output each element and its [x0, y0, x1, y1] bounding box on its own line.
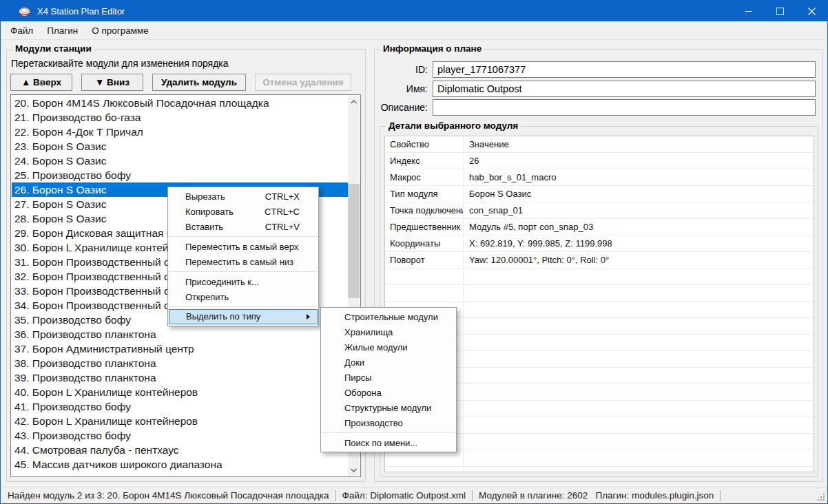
description-field[interactable] [433, 99, 816, 116]
module-list-item[interactable]: 25. Производство бофу [12, 168, 348, 182]
details-value [464, 285, 814, 301]
menu-file[interactable]: Файл [3, 23, 40, 39]
module-list-item[interactable]: 20. Борон 4M14S Люксовый Посадочная площ… [12, 96, 348, 110]
menu-separator [169, 271, 318, 272]
module-list-item[interactable]: 24. Борон S Оазис [12, 154, 348, 168]
status-bar: Найден модуль 2 из 3: 20. Борон 4M14S Лю… [1, 487, 827, 503]
details-value [464, 318, 814, 334]
context-menu-item[interactable]: ВырезатьCTRL+X [168, 189, 318, 204]
module-list-item[interactable]: 42. Борон L Хранилище контейнеров [12, 414, 348, 428]
submenu-item[interactable]: Пирсы [321, 370, 456, 385]
chevron-down-icon [351, 468, 357, 472]
menu-item-label: Доки [344, 357, 364, 368]
menu-item-label: Хранилища [344, 327, 393, 337]
context-menu-item[interactable]: Переместить в самый верх [168, 239, 318, 254]
minimize-button[interactable] [732, 1, 764, 21]
details-row [385, 467, 814, 472]
details-row: ПоворотYaw: 120.00001°, Pitch: 0°, Roll:… [385, 252, 814, 269]
menu-item-shortcut: CTRL+X [265, 191, 300, 202]
context-menu-item[interactable]: Открепить [168, 289, 318, 304]
context-menu-item[interactable]: Присоединить к... [168, 274, 318, 289]
status-segment: Файл: Diplomatic Outpost.xml [342, 490, 466, 501]
details-property: Индекс [385, 153, 464, 169]
module-list-item[interactable]: 44. Смотровая палуба - пентхаус [12, 443, 348, 457]
details-row: Макросhab_bor_s_01_macro [385, 169, 814, 186]
window-title: X4 Station Plan Editor [37, 6, 125, 17]
details-value [464, 467, 814, 472]
menu-item-shortcut: CTRL+C [265, 207, 300, 217]
menu-item-label: Производство [344, 418, 403, 428]
details-value: Модуль #5, порт con_snap_03 [464, 219, 814, 235]
module-list-item[interactable]: 36. Производство планктона [12, 327, 348, 342]
menu-item-label: Вставить [185, 222, 223, 232]
details-value: con_snap_01 [464, 202, 814, 218]
module-list-item[interactable]: 22. Борон 4-Док Т Причал [12, 125, 348, 139]
scroll-up-button[interactable] [348, 96, 360, 107]
resize-grip[interactable] [816, 492, 825, 501]
move-down-button[interactable]: ▼ Вниз [81, 74, 143, 91]
context-menu-item[interactable]: ВставитьCTRL+V [168, 219, 318, 234]
module-list-item[interactable]: 45. Массив датчиков широкого диапазона [12, 457, 348, 472]
name-label: Имя: [378, 81, 428, 97]
close-button[interactable] [796, 1, 827, 21]
menu-separator [322, 432, 455, 433]
menu-about[interactable]: О программе [85, 23, 156, 39]
name-field[interactable]: Diplomatic Outpost [433, 81, 816, 97]
details-row: Индекс26 [385, 153, 814, 169]
details-property: Свойство [385, 136, 464, 152]
scrollbar-thumb[interactable] [348, 184, 360, 298]
submenu-item[interactable]: Жилые модули [321, 339, 456, 355]
module-list-item[interactable]: 40. Борон L Хранилище контейнеров [12, 385, 348, 399]
menu-plugin[interactable]: Плагин [40, 23, 85, 39]
plan-info-title: Информация о плане [380, 43, 484, 54]
menubar: Файл Плагин О программе [1, 21, 827, 40]
submenu-item[interactable]: Доки [321, 355, 456, 370]
submenu-item[interactable]: Хранилища [321, 324, 456, 339]
details-value: hab_bor_s_01_macro [464, 169, 814, 185]
details-property: Макрос [385, 169, 464, 185]
details-property [385, 285, 464, 301]
module-list-item[interactable]: 39. Производство планктона [12, 370, 348, 385]
details-row [385, 269, 814, 285]
details-value [464, 450, 814, 466]
menu-item-label: Открепить [185, 292, 229, 302]
undo-delete-button: Отмена удаления [255, 74, 351, 91]
context-menu-item[interactable]: КопироватьCTRL+C [168, 204, 318, 219]
details-value [464, 417, 814, 433]
module-list-item[interactable]: 37. Борон Административный центр [12, 342, 348, 356]
module-list-item[interactable]: 21. Производство бо-газа [12, 110, 348, 125]
menu-separator [169, 306, 318, 307]
details-property: Координаты [385, 235, 464, 251]
module-list-item[interactable]: 43. Производство бофу [12, 428, 348, 443]
submenu-item[interactable]: Структурные модули [321, 400, 456, 415]
details-value: Yaw: 120.00001°, Pitch: 0°, Roll: 0° [464, 252, 814, 268]
details-value: Борон S Оазис [464, 186, 814, 202]
submenu-item[interactable]: Строительные модули [321, 309, 456, 324]
details-value [464, 368, 814, 384]
submenu-item[interactable]: Производство [321, 415, 456, 430]
move-up-button[interactable]: ▲ Вверх [10, 74, 72, 91]
submenu-item[interactable]: Оборона [321, 385, 456, 400]
context-menu-item[interactable]: Переместить в самый низ [168, 254, 318, 269]
menu-item-label: Переместить в самый верх [185, 242, 298, 252]
context-menu-item[interactable]: Выделить по типу [169, 309, 318, 324]
chevron-up-icon [351, 100, 357, 104]
details-value [464, 401, 814, 417]
module-list-item[interactable]: 38. Производство планктона [12, 356, 348, 370]
scroll-down-button[interactable] [348, 464, 360, 476]
details-value [464, 269, 814, 284]
menu-item-label: Жилые модули [344, 342, 408, 353]
details-property: Тип модуля [385, 186, 464, 202]
delete-module-button[interactable]: Удалить модуль [152, 74, 246, 91]
menu-item-label: Поиск по имени... [344, 438, 417, 448]
menu-item-shortcut: CTRL+V [265, 222, 300, 232]
context-menu: ВырезатьCTRL+XКопироватьCTRL+CВставитьCT… [167, 187, 319, 326]
submenu-item[interactable]: Поиск по имени... [321, 435, 456, 450]
details-row [385, 285, 814, 302]
module-list-item[interactable]: 41. Производство бофу [12, 399, 348, 414]
module-list-item[interactable]: 23. Борон S Оазис [12, 139, 348, 154]
details-value [464, 434, 814, 450]
menu-item-label: Выделить по типу [186, 310, 260, 324]
id-field[interactable]: player_1771067377 [433, 61, 816, 78]
maximize-button[interactable] [764, 1, 796, 21]
